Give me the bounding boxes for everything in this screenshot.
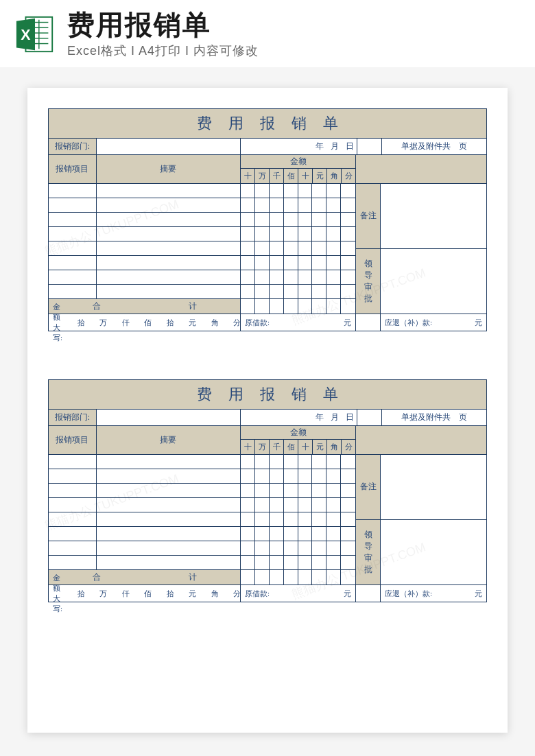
attachment-field[interactable]: 单据及附件共 页 xyxy=(382,410,486,425)
amount-cell[interactable] xyxy=(326,270,341,284)
amount-cell[interactable] xyxy=(312,556,326,569)
amount-cell[interactable] xyxy=(312,227,326,241)
amount-cell[interactable] xyxy=(255,498,270,512)
item-cell[interactable] xyxy=(49,227,97,241)
amount-cell[interactable] xyxy=(284,270,298,284)
amount-cell[interactable] xyxy=(312,285,326,298)
note-value[interactable] xyxy=(381,455,486,519)
amount-cell[interactable] xyxy=(255,285,270,298)
amount-cell[interactable] xyxy=(241,541,255,555)
amount-cell[interactable] xyxy=(326,198,341,212)
amount-cell[interactable] xyxy=(241,256,255,270)
amount-cell[interactable] xyxy=(284,227,298,241)
amount-cell[interactable] xyxy=(341,285,355,298)
dept-value[interactable] xyxy=(97,410,241,425)
amount-cell[interactable] xyxy=(298,227,313,241)
amount-cell[interactable] xyxy=(284,570,298,584)
item-cell[interactable] xyxy=(49,498,97,512)
summary-cell[interactable] xyxy=(97,241,240,255)
amount-cell[interactable] xyxy=(255,241,270,255)
date-field[interactable]: 年月日 xyxy=(241,410,357,425)
amount-cell[interactable] xyxy=(241,469,255,483)
item-cell[interactable] xyxy=(49,541,97,555)
amount-cell[interactable] xyxy=(326,541,341,555)
summary-cell[interactable] xyxy=(97,527,240,541)
amount-cell[interactable] xyxy=(284,241,298,255)
amount-cell[interactable] xyxy=(298,241,313,255)
amount-cell[interactable] xyxy=(241,227,255,241)
amount-cell[interactable] xyxy=(270,498,284,512)
amount-cell[interactable] xyxy=(298,512,313,526)
leader-value[interactable] xyxy=(381,520,486,584)
amount-cn-field[interactable]: 金额大写: 拾 万 仟 佰 拾 元 角 分 xyxy=(49,585,241,602)
amount-cell[interactable] xyxy=(255,299,270,314)
amount-cell[interactable] xyxy=(341,198,355,212)
amount-cell[interactable] xyxy=(241,527,255,541)
amount-cell[interactable] xyxy=(312,241,326,255)
amount-cell[interactable] xyxy=(270,556,284,569)
amount-cell[interactable] xyxy=(298,285,313,298)
amount-cell[interactable] xyxy=(270,227,284,241)
amount-cell[interactable] xyxy=(312,299,326,314)
amount-cell[interactable] xyxy=(298,498,313,512)
amount-cell[interactable] xyxy=(241,484,255,497)
item-cell[interactable] xyxy=(49,469,97,483)
amount-cell[interactable] xyxy=(326,227,341,241)
amount-cell[interactable] xyxy=(284,198,298,212)
amount-cell[interactable] xyxy=(326,213,341,226)
item-cell[interactable] xyxy=(49,213,97,226)
summary-cell[interactable] xyxy=(97,512,240,526)
amount-cell[interactable] xyxy=(298,198,313,212)
item-cell[interactable] xyxy=(49,198,97,212)
amount-cell[interactable] xyxy=(298,484,313,497)
amount-cell[interactable] xyxy=(241,285,255,298)
amount-cell[interactable] xyxy=(341,556,355,569)
amount-cell[interactable] xyxy=(298,527,313,541)
amount-cell[interactable] xyxy=(284,484,298,497)
amount-cell[interactable] xyxy=(284,256,298,270)
amount-cell[interactable] xyxy=(341,241,355,255)
amount-cell[interactable] xyxy=(326,285,341,298)
amount-cell[interactable] xyxy=(326,469,341,483)
item-cell[interactable] xyxy=(49,256,97,270)
amount-cell[interactable] xyxy=(298,213,313,226)
item-cell[interactable] xyxy=(49,285,97,298)
amount-cell[interactable] xyxy=(255,227,270,241)
amount-cell[interactable] xyxy=(270,512,284,526)
amount-cell[interactable] xyxy=(326,241,341,255)
amount-cell[interactable] xyxy=(270,527,284,541)
amount-cell[interactable] xyxy=(255,469,270,483)
amount-cell[interactable] xyxy=(298,455,313,469)
amount-cell[interactable] xyxy=(326,299,341,314)
amount-cell[interactable] xyxy=(241,556,255,569)
amount-cell[interactable] xyxy=(312,527,326,541)
amount-cell[interactable] xyxy=(341,469,355,483)
amount-cell[interactable] xyxy=(255,270,270,284)
amount-cell[interactable] xyxy=(255,512,270,526)
loan-field[interactable]: 原借款:元 xyxy=(241,314,356,331)
item-cell[interactable] xyxy=(49,527,97,541)
summary-cell[interactable] xyxy=(97,256,240,270)
amount-cell[interactable] xyxy=(341,498,355,512)
amount-cell[interactable] xyxy=(326,556,341,569)
item-cell[interactable] xyxy=(49,455,97,469)
amount-cell[interactable] xyxy=(341,299,355,314)
amount-cell[interactable] xyxy=(255,455,270,469)
amount-cell[interactable] xyxy=(241,498,255,512)
summary-cell[interactable] xyxy=(97,469,240,483)
amount-cell[interactable] xyxy=(326,484,341,497)
note-value[interactable] xyxy=(381,184,486,248)
summary-cell[interactable] xyxy=(97,270,240,284)
item-cell[interactable] xyxy=(49,270,97,284)
attachment-field[interactable]: 单据及附件共 页 xyxy=(382,139,486,154)
leader-value[interactable] xyxy=(381,249,486,314)
amount-cell[interactable] xyxy=(341,227,355,241)
amount-cell[interactable] xyxy=(270,299,284,314)
amount-cell[interactable] xyxy=(255,184,270,198)
summary-cell[interactable] xyxy=(97,213,240,226)
date-field[interactable]: 年月日 xyxy=(241,139,357,154)
amount-cell[interactable] xyxy=(270,484,284,497)
amount-cell[interactable] xyxy=(270,198,284,212)
summary-cell[interactable] xyxy=(97,285,240,298)
amount-cell[interactable] xyxy=(341,527,355,541)
